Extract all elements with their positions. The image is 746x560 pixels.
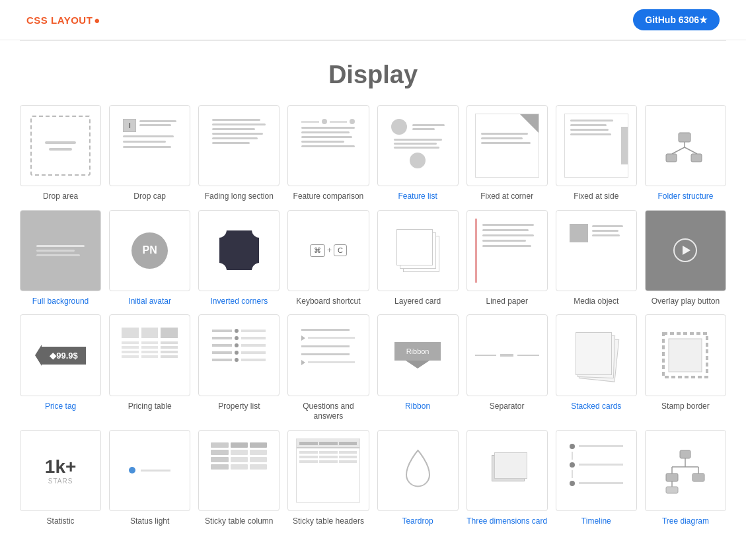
card-price-tag[interactable]: ◆99.9$ Price tag [20,314,101,421]
tree-svg [659,444,712,497]
card-stamp-border[interactable]: Stamp border [645,314,726,421]
logo: CSS LAYOUT● [26,15,100,26]
card-property-list[interactable]: Property list [198,314,280,421]
thumb-fading-long [198,105,280,186]
thumb-folder-structure [645,105,726,186]
card-fixed-side[interactable]: Fixed at side [556,105,637,202]
label-feature-list: Feature list [398,192,437,202]
label-full-background: Full background [32,297,89,307]
label-media-object: Media object [574,297,618,307]
label-fixed-corner: Fixed at corner [480,192,533,202]
stamp-svg [662,332,708,378]
card-drop-cap[interactable]: I Drop cap [109,105,190,202]
thumb-statistic: 1k+ STARS [20,430,101,511]
card-timeline[interactable]: Timeline [556,430,637,527]
thumb-pricing-table [109,314,190,396]
card-ribbon[interactable]: Ribbon Ribbon [377,314,459,421]
label-stacked-cards: Stacked cards [571,402,621,412]
thumb-stamp-border [645,314,726,396]
thumb-lined-paper [466,210,548,291]
teardrop-svg [400,447,436,493]
label-property-list: Property list [218,402,260,412]
card-fixed-corner[interactable]: Fixed at corner [466,105,548,202]
cards-grid: Drop area I Drop cap [20,105,726,526]
thumb-ribbon: Ribbon [377,314,459,396]
thumb-separator [466,314,548,396]
svg-rect-0 [679,133,690,142]
card-lined-paper[interactable]: Lined paper [466,210,548,307]
label-inverted-corners: Inverted corners [210,297,268,307]
thumb-fixed-corner [466,105,548,186]
thumb-initial-avatar: PN [109,210,190,291]
logo-text: CSS LAYOUT [26,15,93,26]
label-keyboard-shortcut: Keyboard shortcut [296,297,360,307]
thumb-three-dimensions [466,430,548,511]
svg-line-4 [685,147,697,154]
logo-dot: ● [94,15,100,26]
card-statistic[interactable]: 1k+ STARS Statistic [20,430,101,527]
label-timeline: Timeline [581,516,611,527]
card-status-light[interactable]: Status light [109,430,190,527]
label-tree-diagram: Tree diagram [662,516,709,527]
label-folder-structure: Folder structure [657,192,713,202]
card-stacked-cards[interactable]: Stacked cards [556,314,637,421]
thumb-price-tag: ◆99.9$ [20,314,101,396]
card-inverted-corners[interactable]: Inverted corners [198,210,280,307]
card-sticky-table-headers[interactable]: Sticky table headers [287,430,369,527]
thumb-property-list [198,314,280,396]
card-drop-area[interactable]: Drop area [20,105,101,202]
svg-rect-9 [680,450,690,458]
card-keyboard-shortcut[interactable]: ⌘ + C Keyboard shortcut [287,210,369,307]
card-media-object[interactable]: Media object [556,210,637,307]
card-teardrop[interactable]: Teardrop [377,430,459,527]
label-layered-card: Layered card [394,297,441,307]
label-lined-paper: Lined paper [486,297,527,307]
card-sticky-table-column[interactable]: Sticky table column [198,430,280,527]
svg-rect-5 [666,154,677,162]
thumb-sticky-table-column [198,430,280,511]
card-questions-answers[interactable]: Questions and answers [287,314,369,421]
avatar-display: PN [131,232,168,269]
label-price-tag: Price tag [45,402,76,412]
svg-rect-6 [691,154,702,162]
card-full-background[interactable]: Full background [20,210,101,307]
thumb-stacked-cards [556,314,637,396]
card-folder-structure[interactable]: Folder structure [645,105,726,202]
status-dot [129,467,135,473]
thumb-drop-area [20,105,101,186]
card-feature-list[interactable]: Feature list [377,105,459,202]
card-fading-long[interactable]: Fading long section [198,105,280,202]
thumb-overlay-play [645,210,726,291]
thumb-teardrop [377,430,459,511]
thumb-full-background [20,210,101,291]
svg-rect-17 [666,487,678,493]
card-three-dimensions[interactable]: Three dimensions card [466,430,548,527]
label-drop-cap: Drop cap [133,192,166,202]
card-pricing-table[interactable]: Pricing table [109,314,190,421]
folder-svg [659,120,712,172]
label-sticky-table-headers: Sticky table headers [293,516,364,527]
label-fixed-side: Fixed at side [574,192,618,202]
thumb-drop-cap: I [109,105,190,186]
github-button[interactable]: GitHub 6306★ [633,9,720,30]
label-fading-long: Fading long section [205,192,274,202]
label-questions-answers: Questions and answers [287,402,369,422]
card-feature-comparison[interactable]: Feature comparison [287,105,369,202]
card-separator[interactable]: Separator [466,314,548,421]
label-teardrop: Teardrop [402,516,433,527]
label-initial-avatar: Initial avatar [128,297,171,307]
thumb-inverted-corners [198,210,280,291]
svg-line-3 [672,147,685,154]
label-three-dimensions: Three dimensions card [466,516,547,527]
card-layered-card[interactable]: Layered card [377,210,459,307]
label-statistic: Statistic [47,516,75,527]
card-initial-avatar[interactable]: PN Initial avatar [109,210,190,307]
main-content: Display Drop area I [0,41,746,553]
card-overlay-play[interactable]: Overlay play button [645,210,726,307]
svg-rect-14 [666,473,678,481]
thumb-timeline [556,430,637,511]
app-header: CSS LAYOUT● GitHub 6306★ [0,0,746,40]
svg-rect-15 [692,473,704,481]
card-tree-diagram[interactable]: Tree diagram [645,430,726,527]
section-title: Display [20,41,726,105]
